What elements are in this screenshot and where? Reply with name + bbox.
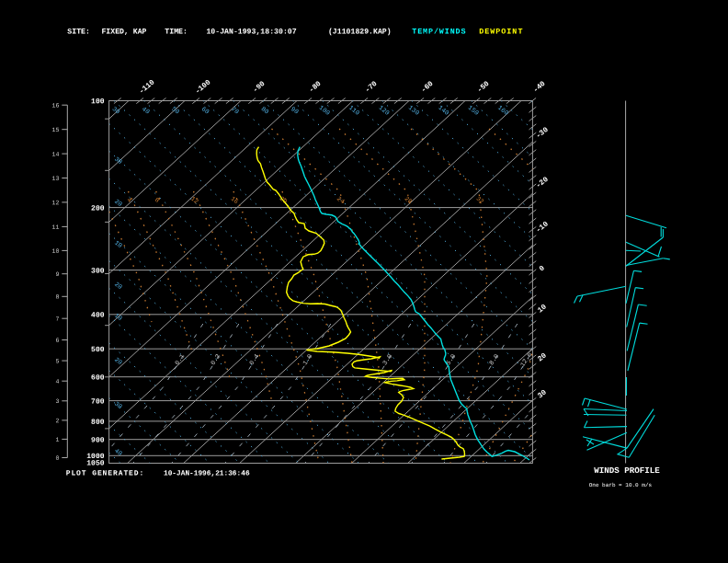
svg-text:7: 7 [56, 316, 60, 322]
svg-text:14: 14 [52, 151, 60, 157]
svg-text:13: 13 [52, 176, 60, 182]
svg-text:1: 1 [56, 437, 60, 443]
svg-text:4: 4 [56, 378, 60, 385]
svg-text:0: 0 [56, 455, 60, 462]
svg-text:TEMP/WINDS: TEMP/WINDS [412, 28, 466, 37]
svg-text:800: 800 [91, 418, 105, 426]
svg-text:300: 300 [91, 266, 105, 274]
svg-text:200: 200 [91, 203, 105, 212]
svg-text:900: 900 [91, 435, 105, 443]
svg-text:8: 8 [56, 294, 60, 301]
svg-text:FIXED, KAP: FIXED, KAP [101, 28, 146, 36]
svg-text:11: 11 [52, 224, 60, 231]
svg-text:2: 2 [56, 418, 60, 424]
svg-text:9: 9 [56, 271, 60, 278]
svg-text:12: 12 [52, 200, 60, 206]
svg-text:6: 6 [56, 338, 60, 344]
svg-text:500: 500 [91, 345, 105, 353]
svg-text:5: 5 [56, 358, 60, 364]
svg-text:10: 10 [52, 248, 60, 255]
svg-text:100: 100 [91, 97, 105, 105]
svg-text:1050: 1050 [86, 458, 104, 466]
svg-text:700: 700 [91, 396, 105, 405]
svg-text:10-JAN-1993,18:30:07: 10-JAN-1993,18:30:07 [206, 28, 296, 36]
svg-text:One barb = 10.0 m/s: One barb = 10.0 m/s [589, 482, 653, 488]
svg-text:DEWPOINT: DEWPOINT [479, 28, 523, 37]
svg-text:PLOT GENERATED:: PLOT GENERATED: [66, 469, 145, 477]
svg-text:3: 3 [56, 398, 60, 405]
svg-text:10-JAN-1996,21:36:46: 10-JAN-1996,21:36:46 [164, 470, 250, 477]
svg-text:16: 16 [52, 102, 60, 109]
svg-text:WINDS PROFILE: WINDS PROFILE [594, 465, 660, 476]
svg-text:600: 600 [91, 373, 105, 381]
svg-text:400: 400 [91, 311, 105, 319]
svg-text:(J1101829.KAP): (J1101829.KAP) [328, 28, 392, 36]
svg-text:SITE:: SITE: [67, 28, 90, 36]
svg-text:TIME:: TIME: [165, 28, 188, 36]
svg-text:15: 15 [52, 127, 60, 133]
